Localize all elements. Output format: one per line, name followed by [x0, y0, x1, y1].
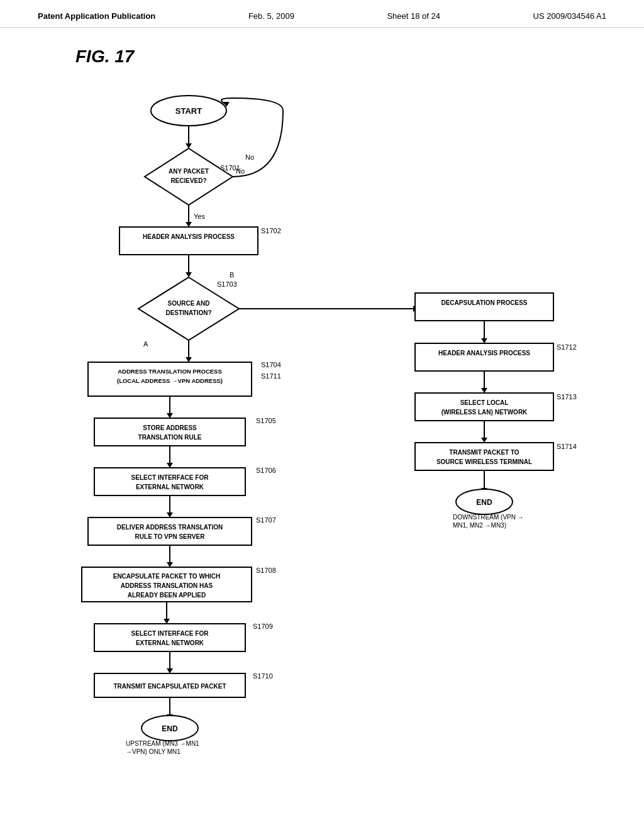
svg-rect-19 — [415, 343, 553, 371]
header-sheet: Sheet 18 of 24 — [387, 11, 440, 21]
s1702-text: HEADER ANALYSIS PROCESS — [143, 233, 235, 240]
svg-marker-42 — [164, 619, 170, 624]
s1703-b-label: B — [230, 271, 234, 279]
s1709-text-2: EXTERNAL NETWORK — [136, 639, 204, 646]
s1703-text-1: SOURCE AND — [168, 300, 210, 307]
right-downstream-2: MN1, MN2 →MN3) — [453, 522, 506, 529]
flowchart-svg: START S1701 No ANY PACKET RECIEVED? No Y… — [50, 86, 591, 777]
transmit-packet-text-2: SOURCE WIRELESS TERMINAL — [436, 458, 532, 465]
svg-rect-16 — [415, 293, 553, 321]
s1701-text-1: ANY PACKET — [169, 168, 209, 175]
right-end-label: END — [476, 498, 492, 507]
svg-rect-7 — [119, 227, 258, 255]
svg-marker-9 — [186, 272, 192, 277]
figure-title: FIG. 17 — [75, 47, 594, 67]
s1704-text-2: (LOCAL ADDRESS →VPN ADDRESS) — [117, 377, 223, 384]
select-local-text-2: (WIRELESS LAN) NETWORK — [441, 409, 528, 416]
svg-marker-45 — [167, 668, 173, 673]
content-area: FIG. 17 START S1701 No ANY PACKET RECIEV… — [0, 28, 644, 799]
upstream-text-1: UPSTREAM (MN3 →MN1 — [126, 740, 199, 747]
svg-rect-34 — [94, 468, 245, 495]
s1708-text-3: ALREADY BEEN APPLIED — [128, 592, 206, 599]
s1702-label: S1702 — [261, 227, 281, 235]
s1710-text: TRANSMIT ENCAPSULATED PACKET — [113, 683, 226, 690]
s1711-label: S1711 — [261, 372, 281, 380]
svg-rect-31 — [94, 418, 245, 446]
page: Patent Application Publication Feb. 5, 2… — [0, 0, 644, 830]
s1708-label: S1708 — [256, 567, 276, 574]
s1701-no-label: No — [245, 153, 254, 161]
select-local-text-1: SELECT LOCAL — [460, 399, 509, 406]
s1705-text-2: TRANSLATION RULE — [138, 434, 202, 441]
s1706-text-1: SELECT INTERFACE FOR — [131, 474, 209, 481]
svg-marker-30 — [167, 413, 173, 418]
a-label: A — [143, 340, 148, 348]
header-publication: Patent Application Publication — [38, 11, 155, 21]
s1704-label: S1704 — [261, 361, 281, 368]
right-downstream-1: DOWNSTREAM (VPN → — [453, 514, 524, 521]
s1707-label: S1707 — [256, 516, 276, 524]
svg-rect-22 — [415, 393, 553, 421]
s1706-label: S1706 — [256, 467, 276, 474]
start-label: START — [175, 106, 202, 116]
svg-rect-25 — [415, 443, 553, 470]
s1705-label: S1705 — [256, 417, 276, 424]
s1701-text-2: RECIEVED? — [170, 177, 206, 184]
s1710-label: S1710 — [253, 672, 273, 680]
svg-marker-36 — [167, 512, 173, 517]
svg-rect-37 — [88, 517, 252, 545]
s1708-text-2: ADDRESS TRANSLATION HAS — [121, 582, 213, 589]
header-patent: US 2009/034546 A1 — [533, 11, 606, 21]
s1707-text-2: RULE TO VPN SERVER — [135, 533, 206, 540]
s1703-text-2: DESTINATION? — [165, 309, 211, 316]
s1709-label: S1709 — [253, 622, 273, 630]
s1714-label: S1714 — [557, 443, 577, 450]
upstream-text-2: →VPN) ONLY MN1 — [126, 748, 180, 755]
s1708-text-1: ENCAPSULATE PACKET TO WHICH — [113, 573, 221, 580]
svg-marker-2 — [186, 143, 192, 148]
right-header-text: HEADER ANALYSIS PROCESS — [438, 350, 530, 357]
s1709-text-1: SELECT INTERFACE FOR — [131, 630, 209, 637]
svg-rect-43 — [94, 624, 245, 651]
s1707-text-1: DELIVER ADDRESS TRANSLATION — [117, 524, 223, 531]
header-date: Feb. 5, 2009 — [248, 11, 294, 21]
svg-marker-39 — [167, 562, 173, 567]
svg-marker-3 — [145, 148, 233, 205]
page-header: Patent Application Publication Feb. 5, 2… — [0, 0, 644, 28]
no-label: No — [236, 167, 245, 175]
s1713-label: S1713 — [557, 393, 577, 401]
svg-marker-6 — [186, 222, 192, 227]
s1705-text-1: STORE ADDRESS — [143, 424, 197, 431]
svg-marker-24 — [481, 438, 487, 443]
yes-label: Yes — [194, 213, 205, 220]
s1712-label: S1712 — [557, 343, 577, 351]
end-label: END — [162, 724, 178, 733]
transmit-packet-text-1: TRANSMIT PACKET TO — [449, 449, 519, 456]
svg-marker-18 — [481, 338, 487, 343]
decap-text-1: DECAPSULATION PROCESS — [441, 299, 527, 306]
svg-marker-14 — [186, 357, 192, 362]
svg-marker-21 — [481, 388, 487, 393]
svg-marker-33 — [167, 463, 173, 468]
s1703-label: S1703 — [217, 280, 237, 288]
s1706-text-2: EXTERNAL NETWORK — [136, 484, 204, 490]
s1704-text-1: ADDRESS TRANSLATION PROCESS — [118, 368, 222, 375]
